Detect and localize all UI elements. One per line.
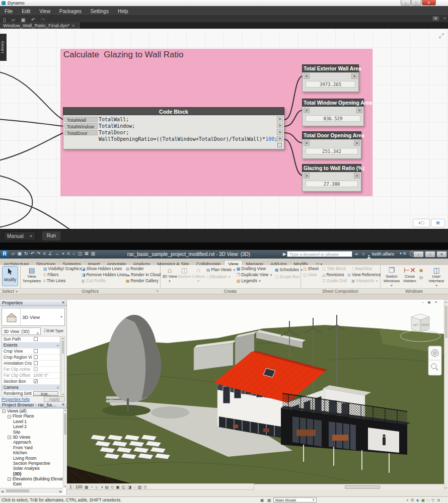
undo-icon[interactable]: ↶ (30, 251, 34, 256)
revisions-button[interactable]: △Revisions (322, 273, 344, 278)
close-icon[interactable]: ✕ (61, 300, 65, 305)
list-icon[interactable]: ≡ (443, 16, 446, 21)
press-drag-select-icon[interactable]: □ (427, 498, 429, 502)
editable-only-icon[interactable]: ⚙ (410, 498, 414, 502)
user-interface-button[interactable]: ◫ User Interface ▼ (427, 266, 446, 287)
tree-item-section-perspective[interactable]: Section Perspective (0, 461, 63, 466)
reveal-hidden-elements-icon[interactable]: ◌ (133, 484, 136, 490)
output-port[interactable]: > (277, 129, 283, 135)
tree-item-site[interactable]: Site (0, 430, 63, 435)
guide-grid-button[interactable]: ☷Guide Grid (322, 279, 347, 284)
render-button[interactable]: ◍Render (126, 267, 144, 272)
wire[interactable] (284, 139, 303, 176)
viewports-button[interactable]: ▣Viewports ▼ (351, 279, 379, 284)
design-options-icon[interactable]: ◈ (416, 498, 419, 502)
section-icon[interactable]: ◫ (78, 251, 82, 256)
save-icon[interactable]: ▣ (17, 251, 22, 256)
section-pin-icon[interactable]: ▴ (57, 385, 58, 390)
checkbox-sun-path[interactable] (34, 337, 38, 341)
design-options-icon[interactable]: ▦ (267, 498, 271, 502)
watch-node-window-area[interactable]: Total Window Opening Area > > 836.529 (302, 99, 364, 126)
wire[interactable] (284, 76, 303, 120)
dynamo-menu-edit[interactable]: Edit (17, 8, 35, 14)
selection-filter-icon[interactable]: ▽ (431, 498, 434, 502)
unlocked-3d-view-icon[interactable]: ▽ (143, 484, 146, 490)
render-gallery-button[interactable]: ▦Render Gallery (126, 279, 159, 284)
text-icon[interactable]: A (67, 251, 70, 256)
input-port-totaldoor[interactable]: TotalDoor (64, 130, 98, 135)
expand-icon[interactable]: − (8, 477, 11, 481)
search-prev-icon[interactable]: ▶ (283, 252, 286, 257)
close-button[interactable]: ✕ (422, 0, 436, 6)
remove-hidden-lines-button[interactable]: ◨Remove Hidden Lines (82, 273, 127, 278)
expand-canvas-icon[interactable]: ⤢ (439, 32, 444, 40)
input-port[interactable]: > (304, 108, 310, 113)
watch-header[interactable]: Total Door Opening Area (302, 131, 361, 139)
tree-item-approach[interactable]: Approach (0, 440, 63, 445)
wire[interactable] (284, 133, 303, 143)
sync-with-central-icon[interactable]: ↻ (24, 251, 28, 256)
elevation-button[interactable]: ⌂Elevation ▼ (206, 275, 231, 280)
tree-item-views-all[interactable]: −Views (all) (0, 408, 63, 413)
detail-level-icon[interactable]: ▦ (85, 484, 89, 490)
duplicate-view-button[interactable]: ❐Duplicate View ▼ (237, 273, 272, 278)
wire[interactable] (0, 119, 63, 126)
apply-button[interactable]: Apply (44, 396, 65, 402)
filters-button[interactable]: ▽Filters (43, 273, 58, 278)
watch-header[interactable]: Total Window Opening Area (302, 99, 364, 107)
view-window-controls[interactable]: ‒ ▣ ✕ (422, 300, 439, 304)
watch-header[interactable]: Total Exterior Wall Area (302, 64, 359, 72)
search-icon[interactable]: ∞ (355, 252, 358, 257)
shadows-icon[interactable]: ◑ (101, 484, 103, 490)
expand-icon[interactable]: − (8, 415, 11, 418)
sun-path-icon[interactable]: ☼ (95, 484, 98, 490)
switch-windows-button[interactable]: ❐ Switch Windows ▼ (383, 266, 401, 287)
output-port[interactable]: > (277, 136, 283, 141)
watch-node-wall-area[interactable]: Total Exterior Wall Area > > 3973.265 (302, 64, 359, 92)
open-icon[interactable]: ▱ (12, 251, 15, 256)
worksets-icon[interactable]: ▣ (260, 498, 264, 502)
switch-windows-icon[interactable]: ▥ (91, 251, 96, 256)
view-scale[interactable]: 1 : 100 (69, 484, 83, 489)
steering-wheel-icon[interactable] (431, 350, 438, 357)
measure-icon[interactable]: ∠ (48, 251, 52, 256)
temporary-view-properties-icon[interactable]: ▥ (138, 484, 142, 490)
modify-button[interactable]: Modify (2, 266, 18, 286)
print-icon[interactable]: ≡ (43, 251, 46, 256)
thin-lines-button[interactable]: ≡Thin Lines (43, 279, 65, 284)
watch-node-glazing-ratio[interactable]: Glazing to Wall Ratio (%) > > 27.380 (302, 164, 361, 192)
minimize-button[interactable]: ‒ (413, 251, 424, 258)
checkbox-far-clip-active[interactable] (34, 367, 38, 371)
output-port[interactable]: > (354, 173, 360, 179)
code-editor[interactable]: TotalWall;TotalWindow;TotalDoor;WallToOp… (99, 116, 276, 142)
watch-header[interactable]: Glazing to Wall Ratio (%) (302, 164, 361, 172)
tag-by-category-icon[interactable]: ⌖ (62, 251, 64, 256)
legends-button[interactable]: ▧Legends ▼ (237, 279, 261, 284)
expand-icon[interactable]: − (8, 436, 11, 439)
output-port[interactable]: > (277, 116, 283, 122)
resize-grip[interactable]: ⋮⋮ (440, 498, 447, 502)
tree-item-3d-views[interactable]: −3D Views (0, 435, 63, 440)
scope-box-button[interactable]: ▢Scope Box (275, 275, 300, 280)
dynamo-menu-settings[interactable]: Settings (86, 8, 113, 14)
graph-view-toggle[interactable]: ▦ (431, 219, 445, 227)
callout-button[interactable]: ○ Callout ▼ (191, 266, 205, 287)
exclude-options-icon[interactable]: ▣ (421, 498, 425, 502)
tree-item-kitchen[interactable]: Kitchen (0, 450, 63, 455)
signed-in-user[interactable]: keith.alfaro (372, 252, 394, 257)
tree-item-floor-plans[interactable]: −Floor Plans (0, 413, 63, 418)
search-input[interactable]: Type a keyword or phrase (287, 251, 352, 257)
close-hidden-button[interactable]: ⊢✕ Close Hidden (402, 266, 417, 287)
workspace-tab[interactable]: Window_Wall_Ratio_Final.dyn*✕ (0, 22, 80, 29)
type-selector[interactable]: 3D View ▼ (2, 308, 65, 326)
default-3d-view-icon[interactable]: ⌂ (72, 251, 75, 256)
temporary-hide-isolate-icon[interactable]: ◨ (127, 484, 131, 490)
cut-profile-button[interactable]: ◧Cut Profile (82, 279, 106, 284)
export-workspace-image-icon[interactable] (432, 16, 439, 21)
checkbox-crop-view[interactable] (34, 349, 38, 353)
maximize-button[interactable]: □ (411, 0, 421, 6)
tree-item-level-2[interactable]: Level 2 (0, 424, 63, 429)
chevron-down-icon[interactable]: ▼ (399, 252, 402, 255)
tree-item-level-1[interactable]: Level 1 (0, 419, 63, 424)
render-in-cloud-button[interactable]: ☁Render in Cloud (126, 273, 161, 278)
